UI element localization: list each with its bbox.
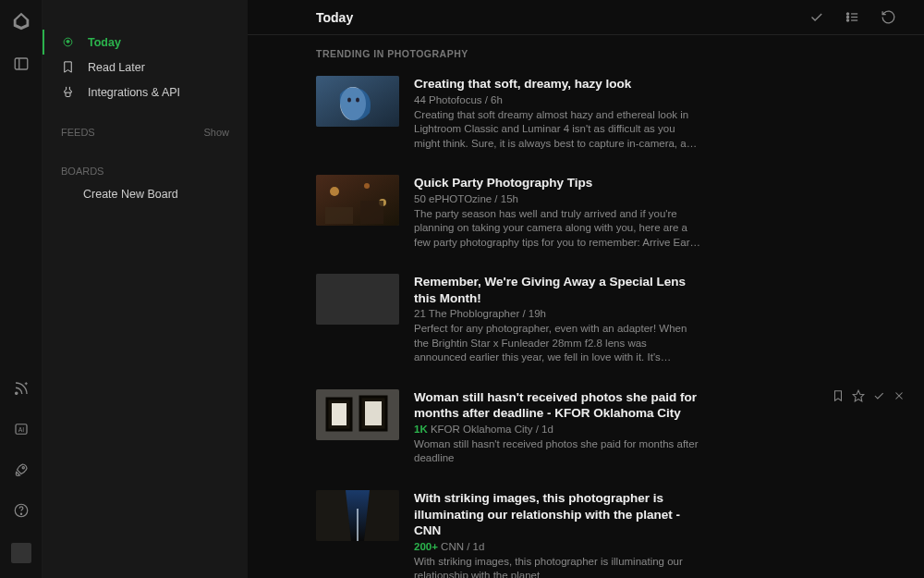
svg-marker-46	[364, 490, 399, 541]
article-list[interactable]: TRENDING IN PHOTOGRAPHY Creating that so…	[248, 35, 924, 578]
article-row[interactable]: Creating that soft, dreamy, hazy look44 …	[316, 68, 906, 167]
svg-point-13	[846, 19, 848, 21]
article-thumb[interactable]	[316, 76, 399, 127]
nav-today[interactable]: Today	[43, 30, 248, 55]
svg-point-23	[330, 187, 339, 196]
svg-point-17	[347, 98, 351, 103]
svg-marker-40	[853, 390, 864, 401]
svg-rect-31	[316, 274, 399, 325]
feeds-heading: FEEDS	[61, 127, 95, 138]
svg-text:AI: AI	[18, 426, 24, 433]
article-title[interactable]: Quick Party Photography Tips	[414, 175, 700, 191]
article-meta: 21 The Phoblographer / 19h	[414, 308, 700, 319]
app-logo[interactable]	[11, 11, 31, 35]
sidebar: Today Read Later Integrations & API FEED…	[43, 0, 248, 578]
page-title: Today	[316, 10, 353, 25]
mark-read-icon[interactable]	[808, 9, 824, 25]
close-icon[interactable]	[893, 389, 906, 402]
create-board[interactable]: Create New Board	[43, 182, 248, 206]
svg-point-7	[20, 513, 21, 514]
article-row[interactable]: Remember, We're Giving Away a Special Le…	[316, 266, 906, 382]
nav-integrations[interactable]: Integrations & API	[43, 80, 248, 105]
article-snippet: The party season has well and truly arri…	[414, 207, 700, 251]
nav-read-later[interactable]: Read Later	[43, 55, 248, 80]
svg-rect-0	[15, 58, 28, 69]
add-feed-icon[interactable]	[13, 380, 30, 400]
article-meta: 1K KFOR Oklahoma City / 1d	[414, 424, 700, 435]
feeds-show-link[interactable]: Show	[203, 127, 229, 138]
svg-point-11	[846, 16, 848, 18]
svg-point-24	[364, 183, 370, 189]
article-row[interactable]: With striking images, this photographer …	[316, 483, 906, 578]
svg-marker-45	[316, 490, 351, 541]
nav-label: Today	[88, 36, 121, 49]
article-meta: 200+ CNN / 1d	[414, 541, 700, 552]
svg-rect-37	[332, 403, 346, 425]
article-snippet: Perfect for any photographer, even with …	[414, 322, 700, 365]
article-thumb[interactable]	[316, 389, 399, 440]
user-avatar[interactable]	[11, 543, 31, 563]
article-row[interactable]: Quick Party Photography Tips50 ePHOTOzin…	[316, 167, 906, 266]
article-title[interactable]: With striking images, this photographer …	[414, 490, 700, 539]
article-snippet: Woman still hasn't received photos she p…	[414, 437, 700, 466]
article-actions	[832, 389, 906, 402]
rail: AI	[0, 0, 43, 578]
nav-label: Read Later	[88, 61, 145, 74]
article-title[interactable]: Woman still hasn't received photos she p…	[414, 389, 700, 422]
layout-icon[interactable]	[845, 9, 860, 25]
article-meta: 50 ePHOTOzine / 15h	[414, 193, 700, 204]
bookmark-icon[interactable]	[832, 389, 845, 402]
article-snippet: With striking images, this photographer …	[414, 555, 700, 578]
panel-icon[interactable]	[13, 55, 30, 76]
ai-icon[interactable]: AI	[13, 421, 30, 441]
help-icon[interactable]	[13, 502, 30, 523]
article-meta: 44 Photofocus / 6h	[414, 94, 700, 105]
article-thumb[interactable]	[316, 490, 399, 541]
svg-point-9	[846, 13, 848, 15]
refresh-icon[interactable]	[881, 9, 896, 25]
article-title[interactable]: Remember, We're Giving Away a Special Le…	[414, 274, 700, 306]
star-icon[interactable]	[852, 389, 865, 402]
svg-point-18	[356, 98, 359, 103]
boards-heading: BOARDS	[61, 166, 103, 177]
section-heading: TRENDING IN PHOTOGRAPHY	[316, 35, 906, 68]
svg-rect-26	[325, 207, 353, 224]
check-icon[interactable]	[872, 389, 885, 402]
article-thumb[interactable]	[316, 175, 399, 226]
svg-point-2	[15, 392, 17, 394]
main: Today TRENDING IN PHOTOGRAPHY Creating t…	[248, 0, 924, 578]
svg-rect-27	[360, 201, 383, 224]
article-title[interactable]: Creating that soft, dreamy, hazy look	[414, 76, 700, 92]
article-snippet: Creating that soft dreamy almost hazy an…	[414, 108, 700, 152]
article-row[interactable]: Woman still hasn't received photos she p…	[316, 382, 906, 483]
svg-point-5	[22, 467, 24, 469]
rocket-icon[interactable]	[13, 461, 30, 482]
article-thumb[interactable]	[316, 274, 399, 325]
svg-rect-39	[365, 401, 382, 425]
nav-label: Integrations & API	[88, 86, 180, 99]
